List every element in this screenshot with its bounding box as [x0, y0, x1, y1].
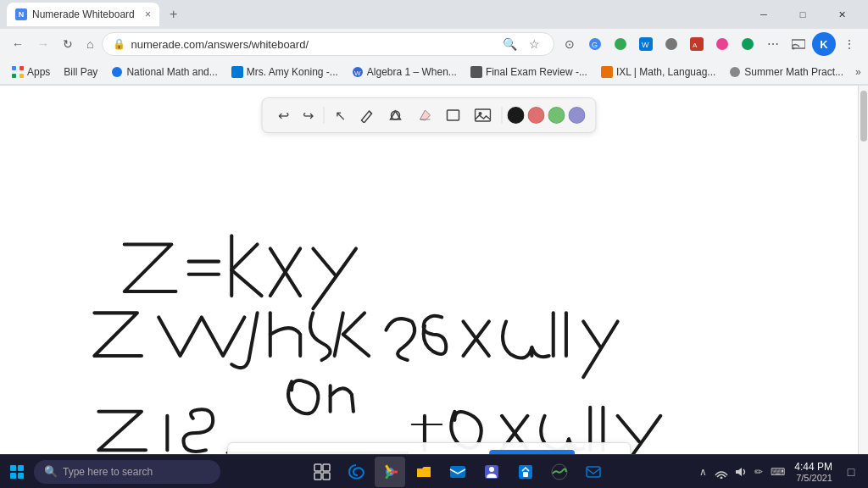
taskbar-center-icons	[220, 457, 694, 487]
more-bookmarks-button[interactable]: »	[855, 66, 861, 78]
ext-icon-9[interactable]: ⋯	[761, 32, 785, 56]
whiteboard[interactable]: ↩ ↪ ↖	[0, 86, 858, 488]
browser-chrome: N Numerade Whiteboard × + ─ □ ✕ ← → ↻ ⌂ …	[0, 0, 868, 86]
bookmark-algebra[interactable]: W Algebra 1 – When...	[347, 64, 462, 80]
apps-label: Apps	[27, 66, 50, 78]
search-icon-btn[interactable]: 🔍	[499, 36, 520, 53]
taskview-icon[interactable]	[307, 457, 337, 487]
apps-button[interactable]: Apps	[7, 64, 55, 80]
menu-button[interactable]: ⋮	[837, 32, 861, 56]
address-input[interactable]: 🔒 numerade.com/answers/whiteboard/ 🔍 ☆	[102, 32, 554, 56]
scrollbar[interactable]	[858, 86, 868, 488]
back-button[interactable]: ←	[7, 34, 29, 54]
svg-rect-36	[314, 473, 321, 480]
notification-button[interactable]: □	[841, 455, 861, 489]
svg-text:G: G	[592, 41, 598, 49]
ext-icon-4[interactable]: W	[634, 32, 658, 56]
active-tab[interactable]: N Numerade Whiteboard ×	[7, 3, 159, 26]
star-icon-btn[interactable]: ☆	[526, 36, 543, 53]
svg-point-47	[721, 476, 723, 479]
network-icon[interactable]	[713, 463, 730, 480]
title-bar: N Numerade Whiteboard × + ─ □ ✕	[0, 0, 868, 29]
equation-or	[288, 380, 353, 413]
forward-button[interactable]: →	[32, 34, 54, 54]
svg-point-8	[716, 38, 728, 50]
reading-list-button[interactable]: Reading list	[865, 59, 868, 85]
ext-icon-3[interactable]	[609, 32, 632, 56]
bookmark-ixl[interactable]: IXL | Math, Languag...	[596, 64, 721, 80]
svg-point-16	[112, 67, 122, 77]
keyboard-icon[interactable]: ⌨	[769, 463, 786, 480]
ext-icon-7[interactable]	[710, 32, 734, 56]
new-tab-button[interactable]: +	[164, 5, 182, 24]
svg-rect-44	[523, 472, 528, 477]
store-icon[interactable]	[510, 457, 541, 487]
photos-icon[interactable]	[544, 457, 575, 487]
right-icons: ⊙ G W A ⋯	[558, 32, 861, 56]
refresh-button[interactable]: ↻	[58, 34, 78, 54]
bookmark-billpay[interactable]: Bill Pay	[58, 64, 103, 80]
search-icon: 🔍	[44, 465, 58, 478]
svg-rect-35	[323, 464, 330, 471]
bookmarks-bar: Apps Bill Pay National Math and... Mrs. …	[0, 59, 868, 85]
mail-icon[interactable]	[578, 457, 609, 487]
chrome-icon[interactable]	[375, 457, 405, 487]
taskbar-right: ∧ ✏ ⌨ 4:44 PM 7/5/2021 □	[694, 455, 868, 489]
chevron-up-tray[interactable]: ∧	[694, 463, 711, 480]
tab-favicon: N	[15, 8, 27, 20]
svg-rect-21	[601, 66, 613, 78]
svg-rect-46	[587, 467, 600, 477]
scroll-thumb[interactable]	[860, 91, 867, 141]
address-icons: 🔍 ☆	[499, 36, 543, 53]
minimize-button[interactable]: ─	[744, 0, 783, 29]
bookmark-summer-math[interactable]: Summer Math Pract...	[724, 64, 849, 80]
svg-rect-15	[19, 74, 24, 78]
svg-rect-12	[12, 66, 16, 70]
lock-icon: 🔒	[113, 38, 125, 50]
svg-rect-14	[12, 74, 16, 78]
explorer-icon[interactable]	[409, 457, 439, 487]
home-button[interactable]: ⌂	[81, 34, 98, 54]
equation-varies	[94, 313, 617, 377]
taskbar-search[interactable]: 🔍 Type here to search	[34, 460, 220, 484]
clock-time: 4:44 PM	[794, 461, 832, 473]
svg-rect-37	[323, 473, 330, 480]
svg-rect-10	[792, 40, 805, 48]
svg-rect-17	[231, 66, 243, 78]
svg-rect-40	[450, 466, 465, 478]
bookmark-label-6: Summer Math Pract...	[744, 66, 843, 78]
volume-icon[interactable]	[732, 463, 748, 480]
bookmark-label-3: Algebra 1 – When...	[367, 66, 457, 78]
bookmark-final-exam[interactable]: Final Exam Review -...	[465, 64, 593, 80]
svg-rect-20	[470, 66, 482, 78]
address-bar: ← → ↻ ⌂ 🔒 numerade.com/answers/whiteboar…	[0, 29, 868, 59]
taskbar: 🔍 Type here to search	[0, 454, 868, 488]
teams-icon[interactable]	[476, 457, 507, 487]
cast-icon[interactable]	[787, 32, 810, 56]
edge-icon[interactable]	[341, 457, 371, 487]
profile-button[interactable]: K	[812, 32, 836, 56]
bookmark-label-0: Bill Pay	[64, 66, 97, 78]
window-controls: ─ □ ✕	[744, 0, 861, 29]
bookmark-label-4: Final Exam Review -...	[486, 66, 587, 78]
main-content: ↩ ↪ ↖	[0, 86, 868, 488]
close-button[interactable]: ✕	[822, 0, 861, 29]
tab-close-button[interactable]: ×	[145, 8, 151, 20]
equation-z-kxy	[125, 236, 356, 308]
ext-icon-2[interactable]: G	[583, 32, 607, 56]
outlook-icon[interactable]	[442, 457, 473, 487]
svg-text:W: W	[354, 69, 361, 77]
ext-icon-8[interactable]	[736, 32, 760, 56]
ext-icon-5[interactable]	[659, 32, 683, 56]
ext-icon-6[interactable]: A	[685, 32, 709, 56]
ext-icon-1[interactable]: ⊙	[558, 32, 581, 56]
bookmark-national-math[interactable]: National Math and...	[106, 64, 222, 80]
tab-title: Numerade Whiteboard	[32, 8, 135, 20]
start-button[interactable]	[0, 455, 34, 489]
bookmark-amy-koning[interactable]: Mrs. Amy Koning -...	[226, 64, 343, 80]
maximize-button[interactable]: □	[783, 0, 822, 29]
system-clock[interactable]: 4:44 PM 7/5/2021	[787, 461, 839, 483]
pencil-icon[interactable]: ✏	[750, 463, 767, 480]
svg-point-5	[665, 38, 677, 50]
svg-rect-34	[314, 464, 321, 471]
